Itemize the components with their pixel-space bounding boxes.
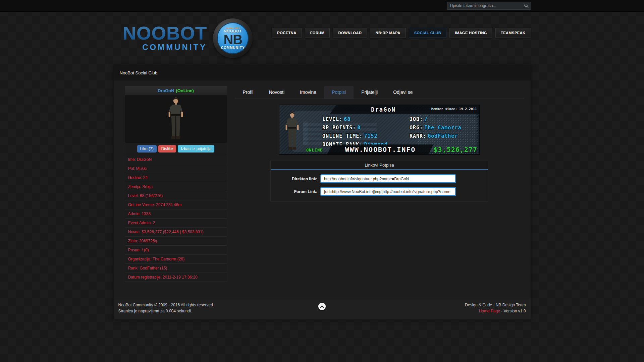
stat-online-time: OnLine Vreme: 297d 23č 46m xyxy=(125,200,227,209)
tab-potpisi[interactable]: Potpisi xyxy=(324,86,354,99)
footer-design-credit: Design & Code - NB Design Team xyxy=(465,302,526,308)
logo-badge: noobot.INFO NOOBOT NB COMMUNITY xyxy=(213,18,253,58)
search-icon[interactable] xyxy=(524,3,529,8)
remove-friend-button[interactable]: Izbaci iz prijatelja xyxy=(178,145,214,153)
nav-item-social-club[interactable]: SOCIAL CLUB xyxy=(409,28,446,38)
like-button[interactable]: Like (7) xyxy=(137,145,157,153)
footer-home-link[interactable]: Home Page xyxy=(479,309,500,313)
stat-registration-date: Datum registracije: 2011-2-19 17:36:20 xyxy=(125,273,227,282)
sig-rp-points-value: 0 xyxy=(357,125,361,131)
page-wrapper: NooBot Social Club DraGoN (OnLine) xyxy=(113,65,531,320)
signature-site-band: WWW.NOOBOT.INFO xyxy=(327,144,434,154)
forum-link-input[interactable] xyxy=(320,187,456,196)
stat-gold: Zlato: 2069725g xyxy=(125,237,227,246)
stat-money: Novac: $3,526,277 ($22,446 | $3,503,831) xyxy=(125,228,227,237)
direct-link-input[interactable] xyxy=(320,174,456,183)
sig-org-label: ORG: xyxy=(410,125,423,131)
sig-job-label: JOB: xyxy=(410,116,423,122)
badge-bottom-text: COMMUNITY xyxy=(221,46,245,50)
logo-wordmark: NOOBOT COMMUNITY xyxy=(123,24,207,51)
sig-org-value: The Camorra xyxy=(424,125,461,131)
signature-player-name: DraGoN xyxy=(330,106,437,113)
stat-age: Godine: 24 xyxy=(125,173,227,182)
nav-item-nbrp-mapa[interactable]: NB:RP MAPA xyxy=(370,28,406,38)
site-header: NOOBOT COMMUNITY noobot.INFO NOOBOT NB C… xyxy=(0,12,644,65)
signature-online-status: ONLINE xyxy=(306,148,323,153)
badge-initials: NB xyxy=(223,33,242,46)
stat-job: Posao: / (0) xyxy=(125,246,227,255)
nav-item-forum[interactable]: FORUM xyxy=(305,28,330,38)
sig-rp-points-label: RP POINTS: xyxy=(322,125,356,131)
profile-status: (OnLine) xyxy=(176,88,194,93)
links-panel-title: Linkovi Potpisa xyxy=(365,163,394,168)
stat-organization: Organizacija: The Camorra (28) xyxy=(125,255,227,264)
player-character-image xyxy=(165,97,186,141)
signature-banner: DraGoN Member since: 19.2.2011 LEVEL:68 … xyxy=(279,105,480,155)
nav-item-pocetna[interactable]: POČETNA xyxy=(272,28,302,38)
stat-rank: Rank: GodFather (15) xyxy=(125,264,227,273)
nav-item-teamspeak[interactable]: TEAMSPEAK xyxy=(495,28,531,38)
nav-item-download[interactable]: DOWNLOAD xyxy=(333,28,367,38)
forum-link-label: Forum Link: xyxy=(274,189,320,194)
signature-member-since: Member since: 19.2.2011 xyxy=(431,107,477,111)
sig-rank-value: GodFather xyxy=(428,133,458,139)
nav-item-image-hosting[interactable]: IMAGE HOSTING xyxy=(449,28,492,38)
tab-imovina[interactable]: Imovina xyxy=(292,86,324,99)
logo-title: NOOBOT xyxy=(123,24,207,43)
player-search[interactable] xyxy=(447,2,531,10)
signature-links-panel: Linkovi Potpisa Direktan link: Forum Lin… xyxy=(270,161,488,202)
signature-character-image xyxy=(283,112,302,153)
main-content: Profil Novosti Imovina Potpisi Prijatelj… xyxy=(235,86,524,202)
footer-version: - Version v1.0 xyxy=(500,309,526,313)
sig-level-label: LEVEL: xyxy=(322,116,342,122)
direct-link-label: Direktan link: xyxy=(274,177,320,181)
site-footer: NooBot Community © 2009 - 2016 All right… xyxy=(114,298,531,319)
footer-generation-time: Stranica je napravljena za 0.004 sekundi… xyxy=(118,308,213,314)
profile-sidebar: DraGoN (OnLine) xyxy=(125,86,227,282)
sig-rank-label: RANK: xyxy=(410,133,426,139)
main-navigation: POČETNA FORUM DOWNLOAD NB:RP MAPA SOCIAL… xyxy=(272,28,531,38)
scroll-to-top-button[interactable] xyxy=(318,303,326,310)
profile-tabs: Profil Novosti Imovina Potpisi Prijatelj… xyxy=(235,86,524,99)
profile-header: DraGoN (OnLine) xyxy=(125,86,227,96)
search-input[interactable] xyxy=(450,3,524,8)
links-panel-header: Linkovi Potpisa xyxy=(271,161,488,170)
dislike-button[interactable]: Dislike xyxy=(158,145,176,153)
profile-name: DraGoN xyxy=(158,88,174,93)
tab-odjavi-se[interactable]: Odjavi se xyxy=(385,86,420,99)
sig-level-value: 68 xyxy=(344,116,351,122)
profile-actions: Like (7) Dislike Izbaci iz prijatelja xyxy=(125,143,227,155)
footer-copyright: NooBot Community © 2009 - 2016 All right… xyxy=(118,302,213,308)
chevron-up-icon xyxy=(320,305,324,308)
sig-online-time-value: 7152 xyxy=(364,133,377,139)
logo[interactable]: NOOBOT COMMUNITY noobot.INFO NOOBOT NB C… xyxy=(123,19,253,58)
stat-admin: Admin: 1338 xyxy=(125,209,227,219)
stat-name: Ime: DraGoN xyxy=(125,155,227,164)
tab-novosti[interactable]: Novosti xyxy=(261,86,292,99)
signature-right-stats: JOB:/ ORG:The Camorra RANK:GodFather xyxy=(410,116,461,141)
stat-country: Zemlja: Srbija xyxy=(125,182,227,191)
tab-profil[interactable]: Profil xyxy=(235,86,261,99)
signature-title-band: DraGoN Member since: 19.2.2011 xyxy=(330,105,479,114)
signature-site-url: WWW.NOOBOT.INFO xyxy=(345,145,416,154)
breadcrumb: NooBot Social Club xyxy=(114,66,531,80)
sig-job-value: / xyxy=(424,116,428,122)
signature-money: $3,526,277 xyxy=(434,145,477,154)
tab-prijatelji[interactable]: Prijatelji xyxy=(354,86,385,99)
logo-subtitle: COMMUNITY xyxy=(123,43,207,51)
stat-gender: Pol: Muški xyxy=(125,164,227,173)
stat-level: Level: 68 (156/276) xyxy=(125,191,227,200)
stat-event-admin: Event Admin: 2 xyxy=(125,219,227,228)
breadcrumb-text: NooBot Social Club xyxy=(120,70,158,75)
profile-avatar xyxy=(125,96,227,143)
sig-online-time-label: ONLINE TIME: xyxy=(322,133,363,139)
top-bar xyxy=(0,0,644,12)
